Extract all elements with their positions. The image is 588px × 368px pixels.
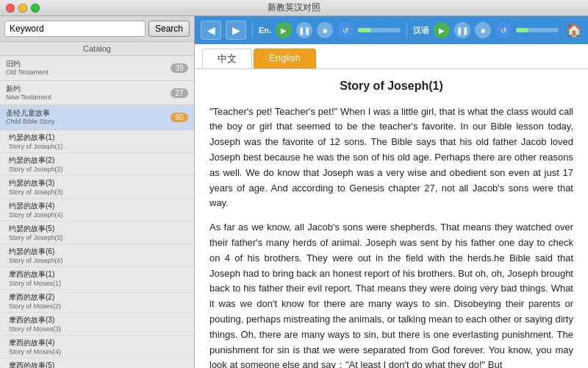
zh-progress-fill bbox=[516, 28, 528, 32]
story-en: Story of Moses(2) bbox=[9, 302, 185, 310]
zh-progress-bar[interactable] bbox=[516, 28, 559, 32]
list-item[interactable]: 约瑟的故事(1)Story of Joseph(1) bbox=[0, 130, 194, 153]
title-bar: 新教英汉对照 bbox=[0, 0, 588, 16]
category-child-bible-en: Child Bible Story bbox=[6, 118, 55, 127]
list-item[interactable]: 约瑟的故事(2)Story of Joseph(2) bbox=[0, 153, 194, 176]
toolbar: ◀ ▶ En. ▶ ❚❚ ■ ↺ 汉语 ▶ ❚❚ ■ ↺ 🏠 bbox=[195, 16, 588, 44]
search-input[interactable] bbox=[4, 21, 146, 37]
category-new-testament[interactable]: 新约 New Testament 27 bbox=[0, 81, 194, 106]
reading-area[interactable]: Story of Joseph(1) "Teacher's pet! Teach… bbox=[195, 69, 588, 368]
list-item[interactable]: 摩西的故事(3)Story of Moses(3) bbox=[0, 313, 194, 336]
category-new-testament-badge: 27 bbox=[171, 88, 188, 98]
story-en: Story of Joseph(5) bbox=[9, 234, 185, 241]
en-play-button[interactable]: ▶ bbox=[276, 22, 292, 38]
divider-1 bbox=[252, 23, 253, 38]
zh-stop-button[interactable]: ■ bbox=[475, 22, 491, 38]
window-controls bbox=[6, 4, 40, 13]
list-item[interactable]: 约瑟的故事(5)Story of Joseph(5) bbox=[0, 222, 194, 244]
story-zh: 约瑟的故事(4) bbox=[9, 201, 185, 211]
window-title: 新教英汉对照 bbox=[268, 1, 320, 14]
category-old-testament-zh: 旧约 bbox=[6, 59, 49, 68]
story-zh: 约瑟的故事(2) bbox=[9, 155, 185, 166]
story-zh: 摩西的故事(4) bbox=[9, 338, 185, 348]
zh-extra-button[interactable]: ↺ bbox=[495, 22, 512, 38]
story-en: Story of Moses(1) bbox=[9, 280, 185, 287]
en-pause-button[interactable]: ❚❚ bbox=[296, 22, 312, 38]
home-icon[interactable]: 🏠 bbox=[566, 22, 582, 38]
paragraph-1: "Teacher's pet! Teacher's pet!" When I w… bbox=[209, 105, 573, 212]
category-new-testament-en: New Testament bbox=[6, 93, 51, 102]
search-button[interactable]: Search bbox=[148, 21, 190, 37]
list-item[interactable]: 摩西的故事(1)Story of Moses(1) bbox=[0, 267, 194, 290]
zh-play-button[interactable]: ▶ bbox=[434, 22, 450, 38]
en-label: En. bbox=[259, 26, 271, 35]
lang-tabs: 中文 English bbox=[195, 44, 588, 69]
story-zh: 约瑟的故事(5) bbox=[9, 224, 185, 234]
story-en: Story of Joseph(4) bbox=[9, 211, 185, 219]
close-button[interactable] bbox=[6, 4, 15, 13]
en-stop-button[interactable]: ■ bbox=[317, 22, 333, 38]
divider-2 bbox=[406, 23, 407, 38]
tab-zh[interactable]: 中文 bbox=[202, 49, 252, 68]
list-item[interactable]: 约瑟的故事(4)Story of Joseph(4) bbox=[0, 199, 194, 222]
list-item[interactable]: 约瑟的故事(6)Story of Joseph(6) bbox=[0, 244, 194, 267]
story-en: Story of Moses(4) bbox=[9, 348, 185, 355]
story-en: Story of Moses(3) bbox=[9, 325, 185, 333]
category-new-testament-zh: 新约 bbox=[6, 84, 51, 93]
story-en: Story of Joseph(6) bbox=[9, 257, 185, 264]
story-en: Story of Joseph(2) bbox=[9, 166, 185, 173]
catalog-label: Catalog bbox=[0, 42, 194, 56]
story-list[interactable]: 约瑟的故事(1)Story of Joseph(1)约瑟的故事(2)Story … bbox=[0, 130, 194, 368]
story-en: Story of Joseph(1) bbox=[9, 143, 185, 150]
category-child-bible-story[interactable]: 圣经儿童故事 Child Bible Story 60 bbox=[0, 105, 194, 130]
prev-button[interactable]: ◀ bbox=[201, 21, 221, 40]
category-child-bible-zh: 圣经儿童故事 bbox=[6, 108, 55, 118]
next-button[interactable]: ▶ bbox=[226, 21, 246, 40]
en-progress-bar[interactable] bbox=[358, 28, 401, 32]
category-old-testament[interactable]: 旧约 Old Testament 39 bbox=[0, 56, 194, 81]
story-text: "Teacher's pet! Teacher's pet!" When I w… bbox=[209, 105, 573, 368]
story-zh: 摩西的故事(5) bbox=[9, 361, 185, 368]
content-area: ◀ ▶ En. ▶ ❚❚ ■ ↺ 汉语 ▶ ❚❚ ■ ↺ 🏠 中文 Engli bbox=[195, 16, 588, 368]
category-old-testament-badge: 39 bbox=[171, 63, 188, 73]
story-zh: 摩西的故事(3) bbox=[9, 315, 185, 325]
story-en: Story of Joseph(3) bbox=[9, 188, 185, 196]
minimize-button[interactable] bbox=[18, 4, 27, 13]
list-item[interactable]: 摩西的故事(2)Story of Moses(2) bbox=[0, 290, 194, 313]
story-zh: 摩西的故事(1) bbox=[9, 269, 185, 280]
zh-label: 汉语 bbox=[413, 25, 429, 36]
list-item[interactable]: 摩西的故事(5)Story of Moses(5) bbox=[0, 358, 194, 368]
maximize-button[interactable] bbox=[31, 4, 40, 13]
story-zh: 摩西的故事(2) bbox=[9, 292, 185, 302]
category-child-bible-badge: 60 bbox=[171, 113, 188, 122]
tab-en[interactable]: English bbox=[254, 49, 316, 68]
story-title: Story of Joseph(1) bbox=[209, 77, 573, 96]
main-container: Search Catalog 旧约 Old Testament 39 新约 Ne… bbox=[0, 16, 588, 368]
story-zh: 约瑟的故事(1) bbox=[9, 132, 185, 143]
en-extra-button[interactable]: ↺ bbox=[337, 22, 354, 38]
sidebar: Search Catalog 旧约 Old Testament 39 新约 Ne… bbox=[0, 16, 195, 368]
category-old-testament-en: Old Testament bbox=[6, 68, 49, 77]
paragraph-2: As far as we know, all Jacob's sons were… bbox=[209, 220, 573, 368]
search-bar: Search bbox=[0, 16, 194, 42]
en-progress-fill bbox=[358, 28, 370, 32]
story-zh: 约瑟的故事(6) bbox=[9, 247, 185, 257]
category-list: 旧约 Old Testament 39 新约 New Testament 27 … bbox=[0, 56, 194, 130]
list-item[interactable]: 约瑟的故事(3)Story of Joseph(3) bbox=[0, 176, 194, 199]
story-zh: 约瑟的故事(3) bbox=[9, 178, 185, 188]
list-item[interactable]: 摩西的故事(4)Story of Moses(4) bbox=[0, 336, 194, 358]
zh-pause-button[interactable]: ❚❚ bbox=[454, 22, 470, 38]
